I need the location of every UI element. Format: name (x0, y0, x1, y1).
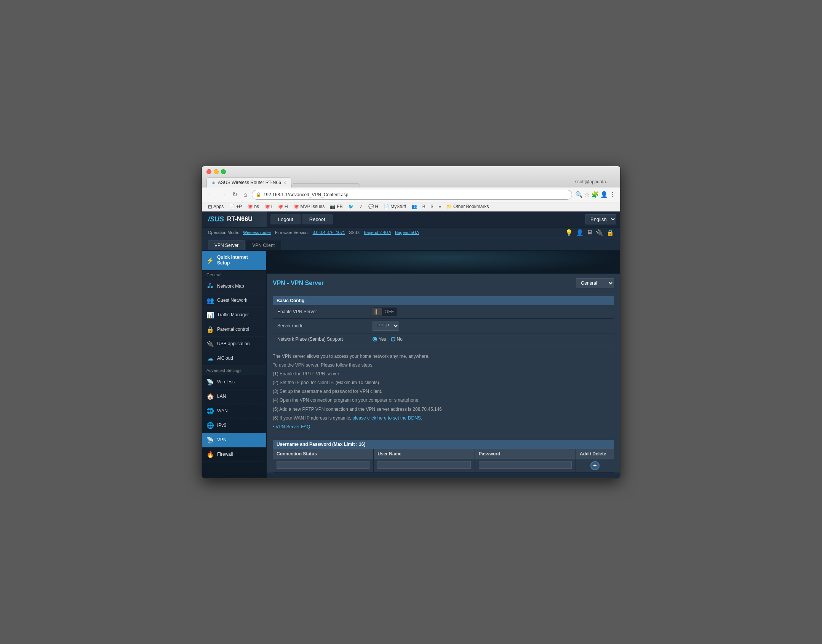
language-dropdown[interactable]: English (585, 214, 616, 224)
faq-link[interactable]: VPN Server FAQ (276, 424, 310, 429)
bookmark-gi[interactable]: 🐙 i (263, 203, 274, 210)
new-tab[interactable] (291, 183, 360, 187)
firmware-value[interactable]: 3.0.0.4.376_1071 (313, 230, 345, 235)
back-button[interactable]: ← (206, 191, 216, 199)
password-input[interactable] (479, 461, 572, 469)
samba-yes-option[interactable]: Yes (373, 336, 386, 342)
sidebar-item-firewall[interactable]: 🔥 Firewall (202, 447, 266, 462)
sidebar-lan-label: LAN (217, 394, 226, 399)
bookmark-bold[interactable]: B (421, 203, 427, 210)
lock-icon: 🔒 (256, 192, 261, 197)
bookmark-icon[interactable]: ☆ (584, 191, 590, 198)
user-table-row: + (273, 459, 614, 473)
language-selector[interactable]: English (585, 214, 620, 224)
operation-mode-value[interactable]: Wireless router (243, 230, 271, 235)
close-button[interactable] (206, 169, 211, 174)
bookmark-mystuff[interactable]: 📄 MyStuff (382, 203, 407, 210)
sidebar-item-parental-control[interactable]: 🔒 Parental control (202, 322, 266, 337)
ipv6-icon: 🌐 (206, 422, 214, 429)
sidebar-item-lan[interactable]: 🏠 LAN (202, 389, 266, 404)
bookmark-p[interactable]: 📄 +P (227, 203, 243, 210)
bookmark-chat[interactable]: 💬 H (367, 203, 380, 210)
sidebar-item-guest-network[interactable]: 👥 Guest Network (202, 293, 266, 308)
parental-control-icon: 🔒 (206, 326, 214, 333)
minimize-button[interactable] (214, 169, 219, 174)
ssid-24-value[interactable]: Bagend 2.4GA (364, 230, 391, 235)
network-icon: 🖥 (587, 229, 593, 236)
vpn-server-tab[interactable]: VPN Server (208, 240, 245, 250)
server-mode-row: Server mode PPTP (273, 319, 614, 333)
maximize-button[interactable] (221, 169, 226, 174)
sidebar-item-wireless[interactable]: 📡 Wireless (202, 375, 266, 389)
sidebar-item-vpn[interactable]: 📡 VPN (202, 433, 266, 447)
sidebar-network-map-label: Network Map (217, 284, 244, 289)
user-table: Connection Status User Name Password Add… (273, 449, 614, 473)
bookmark-check[interactable]: ✓ (358, 203, 365, 210)
sidebar-item-traffic-manager[interactable]: 📊 Traffic Manager (202, 308, 266, 322)
toggle-off-label: OFF (382, 308, 397, 316)
browser-chrome: 🖧 ASUS Wireless Router RT-N66 × scott@ap… (202, 166, 620, 187)
quick-setup-button[interactable]: ⚡ Quick Internet Setup (202, 251, 266, 270)
sidebar-item-aicloud[interactable]: ☁ AiCloud (202, 351, 266, 366)
sidebar-parental-label: Parental control (217, 327, 249, 332)
traffic-lights (206, 169, 616, 174)
bookmark-hs[interactable]: 🐙 hs (246, 203, 261, 210)
server-mode-label: Server mode (273, 320, 368, 332)
bookmark-other[interactable]: 📁 Other Bookmarks (445, 203, 490, 210)
vpn-server-tab-label: VPN Server (214, 243, 238, 248)
search-icon[interactable]: 🔍 (575, 191, 583, 198)
enable-vpn-value: ▌ OFF (368, 305, 401, 318)
panel-header: VPN - VPN Server General (267, 274, 620, 293)
samba-no-radio[interactable] (391, 337, 395, 341)
github-i-icon: 🐙 (264, 204, 270, 209)
menu-icon[interactable]: ⋮ (609, 191, 616, 198)
sidebar-item-wan[interactable]: 🌐 WAN (202, 404, 266, 418)
bookmark-gplus[interactable]: 🐙 +i (276, 203, 290, 210)
reboot-button[interactable]: Reboot (302, 214, 333, 224)
profile-icon[interactable]: 👤 (600, 191, 608, 198)
sidebar-item-ipv6[interactable]: 🌐 IPv6 (202, 418, 266, 433)
toggle-off-indicator: ▌ (373, 308, 382, 316)
bookmark-more[interactable]: » (437, 203, 443, 210)
sidebar-guest-network-label: Guest Network (217, 298, 247, 303)
active-tab[interactable]: 🖧 ASUS Wireless Router RT-N66 × (206, 177, 291, 187)
tab-close-icon[interactable]: × (283, 179, 286, 186)
samba-no-option[interactable]: No (391, 336, 403, 342)
bookmark-apps[interactable]: ⊞ Apps (206, 203, 225, 210)
bookmark-fb[interactable]: 📷 FB (328, 203, 344, 210)
bookmark-dollar[interactable]: $ (429, 203, 435, 210)
server-mode-select[interactable]: PPTP (373, 321, 399, 331)
basic-config-header: Basic Config (273, 296, 614, 305)
reload-button[interactable]: ↻ (231, 190, 239, 199)
info-step2: (2) Set the IP pool for client IP. (Maxi… (273, 379, 614, 386)
sidebar-item-usb-application[interactable]: 🔌 USB application (202, 337, 266, 351)
connection-status-input[interactable] (277, 461, 369, 469)
home-button[interactable]: ⌂ (242, 191, 249, 199)
panel-general-select[interactable]: General (576, 278, 614, 288)
vpn-toggle-switch[interactable]: ▌ OFF (373, 308, 397, 316)
vpn-client-tab[interactable]: VPN Client (246, 240, 281, 250)
logout-button[interactable]: Logout (270, 214, 301, 224)
apps-grid-icon: ⊞ (208, 204, 212, 210)
ssid-5-value[interactable]: Bagend 5GA (395, 230, 419, 235)
info-step6-prefix: (6) If your WAN IP address is dynamic, (273, 415, 352, 421)
status-icons-group: 💡 👤 🖥 🔌 🔒 (565, 229, 614, 236)
ddns-link[interactable]: please click here to set the DDNS. (352, 415, 422, 421)
add-user-button[interactable]: + (590, 461, 600, 470)
forward-button[interactable]: → (219, 191, 228, 199)
tab-favicon-icon: 🖧 (211, 180, 216, 185)
username-input[interactable] (377, 461, 470, 469)
sidebar-item-network-map[interactable]: 🖧 Network Map (202, 279, 266, 293)
photo-icon: 📷 (330, 204, 336, 209)
lan-icon: 🏠 (206, 393, 214, 400)
vpn-server-panel: VPN - VPN Server General Basic Config En… (267, 274, 620, 473)
person-icon: 👤 (576, 229, 584, 236)
bookmark-group[interactable]: 👥 (410, 203, 419, 210)
user-table-columns: Connection Status User Name Password Add… (273, 449, 614, 459)
panel-title: VPN - VPN Server (273, 280, 324, 287)
samba-yes-radio[interactable] (373, 337, 377, 341)
extension-icon[interactable]: 🧩 (591, 191, 599, 198)
bookmark-twitter[interactable]: 🐦 (347, 203, 355, 210)
address-bar[interactable]: 🔒 192.168.1.1/Advanced_VPN_Content.asp (252, 190, 572, 200)
bookmark-mvp[interactable]: 🐙 MVP Issues (292, 203, 326, 210)
